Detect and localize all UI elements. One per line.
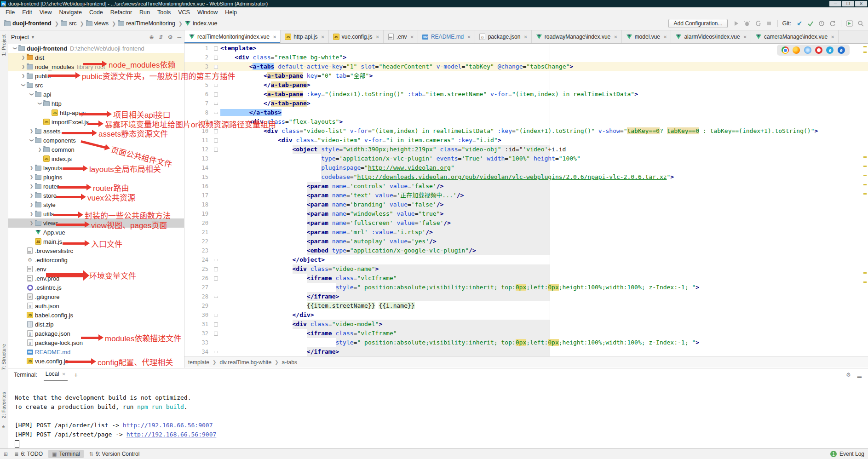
close-icon[interactable]: ✕ — [62, 372, 66, 377]
stripe-2-Favorites[interactable]: 2: Favorites — [1, 392, 6, 418]
commit-icon[interactable] — [807, 20, 814, 27]
chevron-closed-icon[interactable]: ❯ — [29, 193, 34, 198]
stripe-7-Structure[interactable]: 7: Structure — [1, 344, 6, 370]
tree-item-.editorconfig[interactable]: ⚙.editorconfig — [8, 255, 184, 264]
debug-icon[interactable] — [743, 20, 751, 27]
breadcrumb-src[interactable]: src — [60, 20, 77, 27]
coverage-icon[interactable] — [754, 20, 762, 27]
collapse-all-icon[interactable]: ⇵ — [159, 34, 163, 40]
fold-open-icon[interactable] — [211, 74, 220, 78]
tree-item-package-lock.json[interactable]: {}package-lock.json — [8, 338, 184, 347]
tree-item-views[interactable]: ❯views — [8, 218, 184, 228]
close-icon[interactable]: ✕ — [375, 34, 379, 40]
tree-item-.browserslistrc[interactable]: .browserslistrc — [8, 246, 184, 255]
close-icon[interactable]: ✕ — [467, 34, 471, 40]
editor-tab-vue.config.js[interactable]: JSvue.config.js✕ — [329, 30, 384, 43]
editor-breadcrumb-div-realTime-bg-white[interactable]: div.realTime.bg-white — [219, 359, 271, 366]
close-icon[interactable]: ✕ — [410, 34, 414, 40]
fold-open-icon[interactable] — [211, 129, 220, 133]
terminal-tab-local[interactable]: Local ✕ — [44, 369, 68, 381]
chevron-closed-icon[interactable]: ❯ — [29, 129, 34, 133]
terminal-settings-gear-icon[interactable]: ⚙ — [846, 372, 851, 378]
tree-item-.env.prod[interactable]: .env.prod — [8, 274, 184, 283]
tree-item-dist.zip[interactable]: dist.zip — [8, 320, 184, 329]
tree-item-src[interactable]: ❯src — [8, 80, 184, 90]
tree-item-importExcel.js[interactable]: JSimportExcel.js — [8, 117, 184, 126]
tree-item-layouts[interactable]: ❯layouts — [8, 163, 184, 172]
tree-item-main.js[interactable]: JSmain.js — [8, 237, 184, 246]
breadcrumb-views[interactable]: views — [86, 20, 109, 27]
statusbar-9-Version-Control[interactable]: ⇅9: Version Control — [86, 450, 144, 458]
menu-code[interactable]: Code — [86, 8, 107, 17]
run-anything-icon[interactable] — [846, 20, 853, 27]
fold-open-icon[interactable] — [211, 65, 220, 69]
minimize-button[interactable]: ─ — [829, 1, 841, 6]
favorites-star-icon[interactable]: ★ — [1, 424, 6, 429]
close-icon[interactable]: ✕ — [614, 34, 617, 40]
chrome-browser-icon[interactable] — [782, 46, 789, 54]
breadcrumb-duoji-frontend[interactable]: duoji-frontend — [4, 20, 52, 27]
stop-icon[interactable] — [765, 20, 773, 27]
fold-open-icon[interactable] — [211, 46, 220, 51]
fold-open-icon[interactable] — [211, 92, 220, 97]
rollback-icon[interactable] — [829, 20, 836, 27]
close-icon[interactable]: ✕ — [743, 34, 747, 40]
terminal-output[interactable]: Note that the development build is not o… — [8, 381, 868, 448]
chevron-open-icon[interactable]: ❯ — [29, 138, 34, 143]
statusbar-Terminal[interactable]: ▣Terminal — [48, 450, 84, 458]
chevron-closed-icon[interactable]: ❯ — [29, 202, 34, 207]
menu-help[interactable]: Help — [221, 8, 241, 17]
fold-open-icon[interactable] — [211, 276, 220, 281]
tree-item-auth.json[interactable]: {}auth.json — [8, 301, 184, 310]
tree-item-api[interactable]: ❯api — [8, 90, 184, 99]
fold-close-icon[interactable] — [211, 84, 220, 86]
chevron-open-icon[interactable]: ❯ — [21, 82, 26, 88]
maximize-button[interactable]: ❐ — [842, 1, 854, 6]
chevron-closed-icon[interactable]: ❯ — [20, 64, 26, 69]
fold-close-icon[interactable] — [211, 314, 220, 316]
chevron-closed-icon[interactable]: ❯ — [29, 175, 34, 179]
opera-browser-icon[interactable] — [815, 46, 822, 54]
tree-item-store[interactable]: ❯store — [8, 191, 184, 200]
fold-open-icon[interactable] — [211, 148, 220, 152]
safari-browser-icon[interactable] — [804, 46, 811, 54]
tree-item-style[interactable]: ❯style — [8, 200, 184, 209]
tree-item-router[interactable]: ❯router — [8, 182, 184, 191]
chevron-open-icon[interactable]: ❯ — [13, 46, 17, 52]
chevron-closed-icon[interactable]: ❯ — [29, 212, 34, 216]
tree-item-common[interactable]: ❯common — [8, 145, 184, 154]
update-icon[interactable] — [796, 20, 803, 27]
close-icon[interactable]: ✕ — [663, 34, 667, 40]
edge-browser-icon[interactable]: e — [838, 46, 845, 54]
tree-item-dist[interactable]: ❯dist — [8, 53, 184, 62]
chevron-closed-icon[interactable]: ❯ — [29, 221, 34, 225]
chevron-open-icon[interactable]: ❯ — [38, 101, 42, 107]
error-stripe-scrollbar[interactable] — [863, 30, 867, 343]
menu-window[interactable]: Window — [194, 8, 221, 17]
editor-tab-package.json[interactable]: {}package.json✕ — [475, 30, 532, 43]
history-icon[interactable] — [818, 20, 825, 27]
fold-open-icon[interactable] — [211, 332, 220, 336]
stripe-1-Project[interactable]: 1: Project — [1, 34, 6, 56]
editor-tab-model.vue[interactable]: model.vue✕ — [622, 30, 672, 43]
breadcrumb-index.vue[interactable]: index.vue — [184, 20, 218, 27]
tree-item-.gitignore[interactable]: ⊘.gitignore — [8, 292, 184, 301]
menu-edit[interactable]: Edit — [18, 8, 36, 17]
editor-breadcrumb-a-tabs[interactable]: a-tabs — [282, 359, 297, 366]
fold-close-icon[interactable] — [211, 296, 220, 298]
chevron-closed-icon[interactable]: ❯ — [37, 147, 43, 152]
tree-item-babel.config.js[interactable]: JSbabel.config.js — [8, 310, 184, 320]
fold-open-icon[interactable] — [211, 322, 220, 327]
chevron-open-icon[interactable]: ❯ — [29, 92, 34, 98]
menu-tools[interactable]: Tools — [154, 8, 174, 17]
fold-close-icon[interactable] — [211, 103, 220, 105]
tree-item-utils[interactable]: ❯utils — [8, 209, 184, 218]
close-icon[interactable]: ✕ — [273, 34, 276, 40]
chevron-closed-icon[interactable]: ❯ — [29, 184, 34, 189]
tree-item-vue.config.js[interactable]: JSvue.config.js — [8, 356, 184, 366]
tree-item-public[interactable]: ❯public — [8, 71, 184, 80]
tool-window-switcher-icon[interactable]: ⊞ — [4, 451, 8, 457]
tree-item-assets[interactable]: ❯assets — [8, 126, 184, 136]
close-button[interactable]: ✕ — [855, 1, 867, 6]
chevron-closed-icon[interactable]: ❯ — [29, 166, 34, 170]
